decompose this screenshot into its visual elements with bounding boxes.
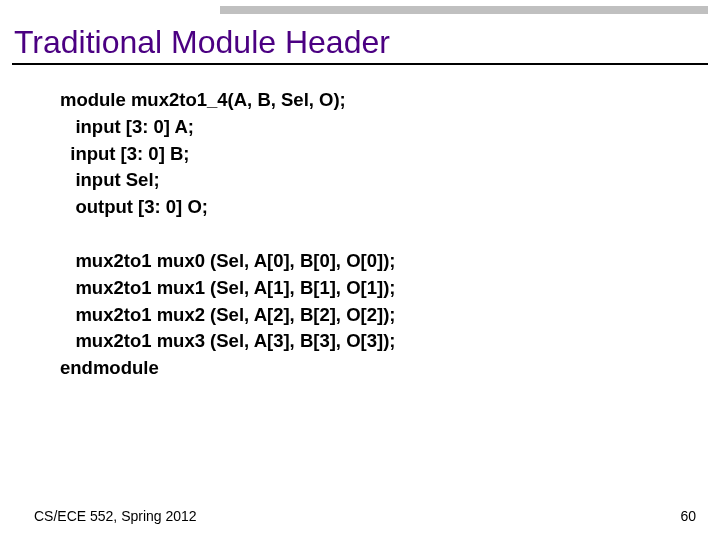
footer: CS/ECE 552, Spring 2012 60 [34, 508, 696, 524]
code-line: module mux2to1_4(A, B, Sel, O); [60, 89, 346, 110]
code-line: output [3: 0] O; [60, 196, 208, 217]
code-line: mux2to1 mux0 (Sel, A[0], B[0], O[0]); [60, 250, 395, 271]
code-line: input [3: 0] B; [60, 143, 189, 164]
slide: Traditional Module Header module mux2to1… [0, 0, 720, 540]
code-block: module mux2to1_4(A, B, Sel, O); input [3… [60, 87, 720, 382]
code-line: mux2to1 mux3 (Sel, A[3], B[3], O[3]); [60, 330, 395, 351]
top-accent-bar [220, 6, 708, 14]
page-number: 60 [680, 508, 696, 524]
slide-body: module mux2to1_4(A, B, Sel, O); input [3… [0, 65, 720, 540]
code-line: mux2to1 mux1 (Sel, A[1], B[1], O[1]); [60, 277, 395, 298]
page-title: Traditional Module Header [14, 24, 720, 61]
code-line: input [3: 0] A; [60, 116, 194, 137]
footer-left: CS/ECE 552, Spring 2012 [34, 508, 197, 524]
code-line: input Sel; [60, 169, 160, 190]
code-line: endmodule [60, 357, 159, 378]
code-line: mux2to1 mux2 (Sel, A[2], B[2], O[2]); [60, 304, 395, 325]
